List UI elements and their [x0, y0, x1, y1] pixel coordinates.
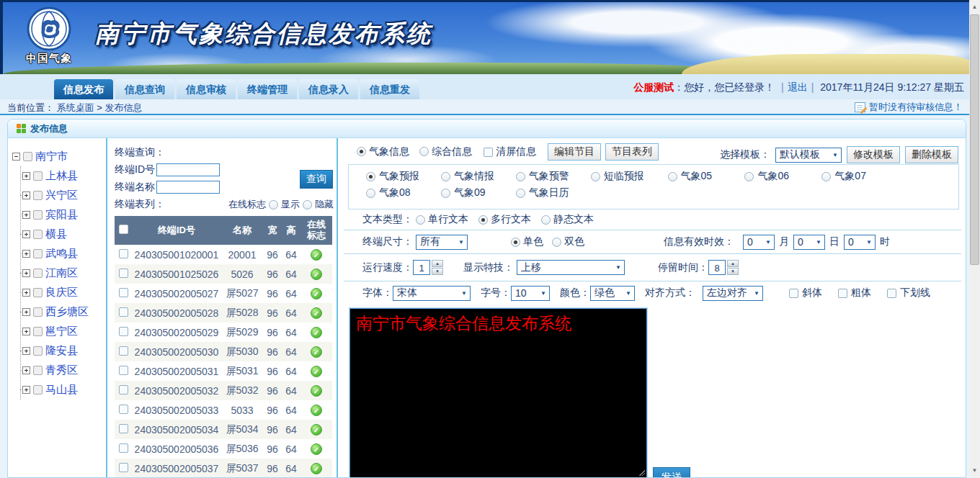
- vertical-scrollbar[interactable]: ▲ ▼: [969, 0, 980, 478]
- clear-screen-checkbox[interactable]: [484, 148, 493, 157]
- stay-time-value[interactable]: 8: [708, 260, 726, 275]
- table-row[interactable]: 240305002005031 屏5031 96 64 ✓: [115, 361, 332, 381]
- tree-item-checkbox[interactable]: [33, 307, 43, 317]
- radio-icon[interactable]: [744, 172, 754, 181]
- edit-program-button[interactable]: 编辑节目: [548, 143, 601, 161]
- row-checkbox[interactable]: [119, 346, 128, 356]
- spin-down-icon[interactable]: ▼: [432, 268, 443, 275]
- tree-item-checkbox[interactable]: [33, 171, 43, 181]
- table-row[interactable]: 240305001020001 20001 96 64 ✓: [115, 245, 332, 264]
- align-select[interactable]: 左边对齐 ▼: [703, 286, 763, 301]
- radio-icon[interactable]: [419, 147, 429, 156]
- table-row[interactable]: 240305002005034 屏5034 96 64 ✓: [115, 420, 332, 439]
- table-row[interactable]: 240305001025026 5026 96 64 ✓: [115, 264, 332, 284]
- row-checkbox[interactable]: [119, 366, 128, 375]
- tree-item-checkbox[interactable]: [33, 191, 43, 200]
- terminal-name-input[interactable]: [156, 181, 220, 194]
- category-option[interactable]: 气象06: [744, 170, 819, 183]
- tree-item-label[interactable]: 良庆区: [45, 286, 78, 299]
- spin-up-icon[interactable]: ▲: [727, 260, 739, 267]
- spin-up-icon[interactable]: ▲: [432, 260, 443, 267]
- row-checkbox[interactable]: [119, 424, 128, 433]
- expand-icon[interactable]: +: [22, 191, 30, 199]
- category-option[interactable]: 气象09: [441, 186, 513, 199]
- tree-item-label[interactable]: 青秀区: [45, 364, 78, 377]
- scroll-down-icon[interactable]: ▼: [969, 465, 980, 477]
- tree-item-checkbox[interactable]: [33, 269, 43, 278]
- tree-item-label[interactable]: 兴宁区: [45, 189, 78, 202]
- validity-month-select[interactable]: 0 ▼: [743, 235, 775, 250]
- radio-icon[interactable]: [478, 215, 488, 225]
- expand-icon[interactable]: +: [22, 289, 30, 297]
- scroll-up-icon[interactable]: ▲: [969, 1, 980, 13]
- tree-item[interactable]: + 上林县: [21, 166, 106, 186]
- breadcrumb-current-link[interactable]: 发布信息: [104, 102, 142, 113]
- terminal-id-input[interactable]: [156, 163, 220, 176]
- row-checkbox[interactable]: [119, 463, 128, 472]
- select-all-checkbox[interactable]: [119, 225, 128, 234]
- run-speed-value[interactable]: 1: [413, 260, 430, 275]
- category-option[interactable]: 气象情报: [441, 170, 513, 183]
- row-checkbox[interactable]: [119, 288, 128, 297]
- show-flag-radio[interactable]: [269, 200, 278, 209]
- tree-item[interactable]: + 西乡塘区: [21, 302, 106, 322]
- nav-tab[interactable]: 信息查询: [115, 79, 174, 99]
- radio-icon[interactable]: [668, 172, 677, 181]
- table-row[interactable]: 240305002005037 屏5037 96 64 ✓: [115, 459, 332, 478]
- color-mode-option[interactable]: 单色: [511, 235, 543, 248]
- tree-item-checkbox[interactable]: [33, 385, 43, 394]
- breadcrumb-home-link[interactable]: 系统桌面: [57, 102, 94, 113]
- font-select[interactable]: 宋体 ▼: [393, 286, 471, 301]
- tree-item[interactable]: + 马山县: [21, 380, 106, 400]
- hide-flag-radio[interactable]: [303, 200, 312, 209]
- row-checkbox[interactable]: [119, 443, 128, 453]
- tree-item[interactable]: + 隆安县: [21, 341, 106, 361]
- radio-icon[interactable]: [552, 238, 561, 247]
- tree-item-checkbox[interactable]: [33, 346, 43, 356]
- row-checkbox[interactable]: [119, 269, 128, 278]
- radio-icon[interactable]: [511, 238, 520, 247]
- style-checkbox[interactable]: [838, 289, 847, 298]
- category-option[interactable]: 气象05: [668, 170, 742, 183]
- expand-icon[interactable]: +: [22, 308, 30, 316]
- tree-item-label[interactable]: 江南区: [45, 266, 78, 280]
- row-checkbox[interactable]: [119, 249, 128, 258]
- template-select[interactable]: 默认模板 ▼: [775, 148, 842, 163]
- tree-item-label[interactable]: 宾阳县: [45, 208, 78, 222]
- tree-item-label[interactable]: 上林县: [45, 169, 78, 183]
- expand-icon[interactable]: +: [22, 386, 30, 394]
- category-option[interactable]: 短临预报: [591, 170, 665, 183]
- category-option[interactable]: 气象日历: [516, 186, 588, 199]
- table-row[interactable]: 240305002005030 屏5030 96 64 ✓: [115, 342, 332, 361]
- radio-icon[interactable]: [516, 189, 525, 198]
- program-list-button[interactable]: 节目表列: [605, 143, 659, 161]
- tree-item-label[interactable]: 邕宁区: [45, 325, 78, 338]
- nav-tab[interactable]: 信息审核: [177, 79, 236, 99]
- tree-item[interactable]: + 宾阳县: [21, 205, 106, 225]
- send-button[interactable]: 发送: [653, 467, 690, 478]
- table-row[interactable]: 240305002005033 5033 96 64 ✓: [115, 400, 332, 420]
- category-option[interactable]: 气象07: [821, 170, 896, 183]
- tree-item-label[interactable]: 西乡塘区: [45, 305, 89, 319]
- tree-item-checkbox[interactable]: [33, 366, 43, 375]
- search-button[interactable]: 查询: [300, 170, 333, 189]
- tree-item[interactable]: + 良庆区: [21, 283, 106, 302]
- tree-item-checkbox[interactable]: [33, 288, 43, 297]
- tree-root-label[interactable]: 南宁市: [35, 150, 68, 163]
- radio-icon[interactable]: [821, 172, 831, 181]
- radio-icon[interactable]: [416, 215, 425, 225]
- table-row[interactable]: 240305002005027 屏5027 96 64 ✓: [115, 284, 332, 303]
- radio-icon[interactable]: [441, 189, 450, 198]
- expand-icon[interactable]: +: [22, 328, 30, 335]
- expand-icon[interactable]: +: [22, 230, 30, 238]
- nav-tab[interactable]: 信息录入: [299, 79, 358, 99]
- tree-root-checkbox[interactable]: [23, 152, 32, 161]
- table-row[interactable]: 240305002005036 屏5036 96 64 ✓: [115, 439, 332, 459]
- tree-item-checkbox[interactable]: [33, 249, 43, 258]
- tree-item-label[interactable]: 马山县: [45, 383, 78, 397]
- text-type-option[interactable]: 静态文本: [541, 213, 594, 226]
- tree-root-item[interactable]: − 南宁市: [12, 147, 106, 166]
- nav-tab[interactable]: 信息发布: [54, 79, 113, 99]
- tree-item[interactable]: + 江南区: [21, 263, 106, 283]
- radio-icon[interactable]: [516, 172, 525, 181]
